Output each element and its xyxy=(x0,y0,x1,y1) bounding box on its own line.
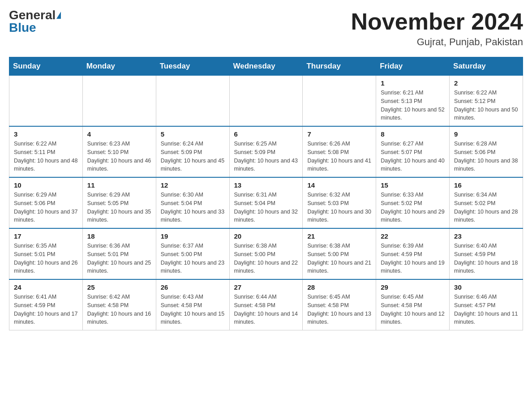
title-block: November 2024 Gujrat, Punjab, Pakistan xyxy=(351,9,523,48)
weekday-header-thursday: Thursday xyxy=(303,57,376,76)
day-info: Sunrise: 6:38 AM Sunset: 5:00 PM Dayligh… xyxy=(234,242,298,275)
day-info: Sunrise: 6:35 AM Sunset: 5:01 PM Dayligh… xyxy=(14,242,78,275)
calendar-week-row: 10Sunrise: 6:29 AM Sunset: 5:06 PM Dayli… xyxy=(9,177,523,228)
day-info: Sunrise: 6:45 AM Sunset: 4:58 PM Dayligh… xyxy=(381,293,445,326)
calendar-cell: 20Sunrise: 6:38 AM Sunset: 5:00 PM Dayli… xyxy=(229,228,303,279)
calendar-week-row: 24Sunrise: 6:41 AM Sunset: 4:59 PM Dayli… xyxy=(9,279,523,330)
day-number: 27 xyxy=(234,283,298,291)
day-number: 20 xyxy=(234,232,298,240)
day-number: 14 xyxy=(307,181,371,189)
day-info: Sunrise: 6:32 AM Sunset: 5:03 PM Dayligh… xyxy=(307,191,371,224)
calendar-cell: 1Sunrise: 6:21 AM Sunset: 5:13 PM Daylig… xyxy=(376,76,450,127)
day-info: Sunrise: 6:43 AM Sunset: 4:58 PM Dayligh… xyxy=(161,293,225,326)
calendar-cell: 8Sunrise: 6:27 AM Sunset: 5:07 PM Daylig… xyxy=(376,126,450,177)
calendar-cell: 15Sunrise: 6:33 AM Sunset: 5:02 PM Dayli… xyxy=(376,177,450,228)
calendar-cell: 5Sunrise: 6:24 AM Sunset: 5:09 PM Daylig… xyxy=(156,126,229,177)
calendar-cell: 28Sunrise: 6:45 AM Sunset: 4:58 PM Dayli… xyxy=(303,279,376,330)
day-number: 4 xyxy=(87,130,151,138)
calendar-cell: 6Sunrise: 6:25 AM Sunset: 5:09 PM Daylig… xyxy=(229,126,303,177)
calendar-week-row: 1Sunrise: 6:21 AM Sunset: 5:13 PM Daylig… xyxy=(9,76,523,127)
day-info: Sunrise: 6:40 AM Sunset: 4:59 PM Dayligh… xyxy=(454,242,518,275)
calendar-cell: 17Sunrise: 6:35 AM Sunset: 5:01 PM Dayli… xyxy=(9,228,83,279)
day-number: 5 xyxy=(161,130,225,138)
day-info: Sunrise: 6:25 AM Sunset: 5:09 PM Dayligh… xyxy=(234,140,298,173)
day-number: 12 xyxy=(161,181,225,189)
calendar-cell: 29Sunrise: 6:45 AM Sunset: 4:58 PM Dayli… xyxy=(376,279,450,330)
calendar-cell: 7Sunrise: 6:26 AM Sunset: 5:08 PM Daylig… xyxy=(303,126,376,177)
day-number: 28 xyxy=(307,283,371,291)
day-info: Sunrise: 6:29 AM Sunset: 5:06 PM Dayligh… xyxy=(14,191,78,224)
weekday-header-friday: Friday xyxy=(376,57,450,76)
day-number: 25 xyxy=(87,283,151,291)
calendar-cell: 13Sunrise: 6:31 AM Sunset: 5:04 PM Dayli… xyxy=(229,177,303,228)
month-title: November 2024 xyxy=(351,9,523,34)
day-number: 13 xyxy=(234,181,298,189)
calendar-cell: 21Sunrise: 6:38 AM Sunset: 5:00 PM Dayli… xyxy=(303,228,376,279)
day-number: 9 xyxy=(454,130,518,138)
day-number: 16 xyxy=(454,181,518,189)
day-info: Sunrise: 6:27 AM Sunset: 5:07 PM Dayligh… xyxy=(381,140,445,173)
day-number: 1 xyxy=(381,79,445,87)
calendar-cell xyxy=(156,76,229,127)
weekday-header-tuesday: Tuesday xyxy=(156,57,229,76)
day-info: Sunrise: 6:29 AM Sunset: 5:05 PM Dayligh… xyxy=(87,191,151,224)
calendar-week-row: 3Sunrise: 6:22 AM Sunset: 5:11 PM Daylig… xyxy=(9,126,523,177)
day-info: Sunrise: 6:22 AM Sunset: 5:12 PM Dayligh… xyxy=(454,89,518,122)
day-info: Sunrise: 6:34 AM Sunset: 5:02 PM Dayligh… xyxy=(454,191,518,224)
day-number: 7 xyxy=(307,130,371,138)
calendar-cell: 4Sunrise: 6:23 AM Sunset: 5:10 PM Daylig… xyxy=(82,126,156,177)
day-info: Sunrise: 6:31 AM Sunset: 5:04 PM Dayligh… xyxy=(234,191,298,224)
calendar-cell: 2Sunrise: 6:22 AM Sunset: 5:12 PM Daylig… xyxy=(450,76,523,127)
day-number: 24 xyxy=(14,283,78,291)
day-number: 18 xyxy=(87,232,151,240)
weekday-header-sunday: Sunday xyxy=(9,57,83,76)
day-number: 21 xyxy=(307,232,371,240)
weekday-header-wednesday: Wednesday xyxy=(229,57,303,76)
day-info: Sunrise: 6:28 AM Sunset: 5:06 PM Dayligh… xyxy=(454,140,518,173)
day-info: Sunrise: 6:46 AM Sunset: 4:57 PM Dayligh… xyxy=(454,293,518,326)
calendar-cell: 26Sunrise: 6:43 AM Sunset: 4:58 PM Dayli… xyxy=(156,279,229,330)
day-info: Sunrise: 6:21 AM Sunset: 5:13 PM Dayligh… xyxy=(381,89,445,122)
calendar-cell xyxy=(303,76,376,127)
day-info: Sunrise: 6:38 AM Sunset: 5:00 PM Dayligh… xyxy=(307,242,371,275)
logo-general-text: General xyxy=(9,9,56,21)
calendar-cell: 24Sunrise: 6:41 AM Sunset: 4:59 PM Dayli… xyxy=(9,279,83,330)
day-info: Sunrise: 6:22 AM Sunset: 5:11 PM Dayligh… xyxy=(14,140,78,173)
day-info: Sunrise: 6:42 AM Sunset: 4:58 PM Dayligh… xyxy=(87,293,151,326)
day-info: Sunrise: 6:23 AM Sunset: 5:10 PM Dayligh… xyxy=(87,140,151,173)
calendar-cell: 14Sunrise: 6:32 AM Sunset: 5:03 PM Dayli… xyxy=(303,177,376,228)
day-info: Sunrise: 6:30 AM Sunset: 5:04 PM Dayligh… xyxy=(161,191,225,224)
day-number: 30 xyxy=(454,283,518,291)
day-info: Sunrise: 6:26 AM Sunset: 5:08 PM Dayligh… xyxy=(307,140,371,173)
calendar-cell: 9Sunrise: 6:28 AM Sunset: 5:06 PM Daylig… xyxy=(450,126,523,177)
day-number: 26 xyxy=(161,283,225,291)
calendar-week-row: 17Sunrise: 6:35 AM Sunset: 5:01 PM Dayli… xyxy=(9,228,523,279)
day-number: 15 xyxy=(381,181,445,189)
day-number: 2 xyxy=(454,79,518,87)
calendar-cell: 18Sunrise: 6:36 AM Sunset: 5:01 PM Dayli… xyxy=(82,228,156,279)
day-number: 23 xyxy=(454,232,518,240)
weekday-header-row: SundayMondayTuesdayWednesdayThursdayFrid… xyxy=(9,57,523,76)
calendar-cell: 16Sunrise: 6:34 AM Sunset: 5:02 PM Dayli… xyxy=(450,177,523,228)
calendar-table: SundayMondayTuesdayWednesdayThursdayFrid… xyxy=(9,57,523,330)
calendar-cell: 19Sunrise: 6:37 AM Sunset: 5:00 PM Dayli… xyxy=(156,228,229,279)
weekday-header-saturday: Saturday xyxy=(450,57,523,76)
day-info: Sunrise: 6:44 AM Sunset: 4:58 PM Dayligh… xyxy=(234,293,298,326)
calendar-cell: 27Sunrise: 6:44 AM Sunset: 4:58 PM Dayli… xyxy=(229,279,303,330)
day-info: Sunrise: 6:45 AM Sunset: 4:58 PM Dayligh… xyxy=(307,293,371,326)
page-header: General Blue November 2024 Gujrat, Punja… xyxy=(9,9,523,48)
day-number: 17 xyxy=(14,232,78,240)
day-number: 6 xyxy=(234,130,298,138)
calendar-cell: 11Sunrise: 6:29 AM Sunset: 5:05 PM Dayli… xyxy=(82,177,156,228)
day-info: Sunrise: 6:37 AM Sunset: 5:00 PM Dayligh… xyxy=(161,242,225,275)
calendar-cell: 3Sunrise: 6:22 AM Sunset: 5:11 PM Daylig… xyxy=(9,126,83,177)
weekday-header-monday: Monday xyxy=(82,57,156,76)
calendar-cell: 10Sunrise: 6:29 AM Sunset: 5:06 PM Dayli… xyxy=(9,177,83,228)
day-info: Sunrise: 6:33 AM Sunset: 5:02 PM Dayligh… xyxy=(381,191,445,224)
day-number: 11 xyxy=(87,181,151,189)
calendar-cell: 23Sunrise: 6:40 AM Sunset: 4:59 PM Dayli… xyxy=(450,228,523,279)
calendar-cell: 30Sunrise: 6:46 AM Sunset: 4:57 PM Dayli… xyxy=(450,279,523,330)
logo: General Blue xyxy=(9,9,61,34)
day-info: Sunrise: 6:36 AM Sunset: 5:01 PM Dayligh… xyxy=(87,242,151,275)
day-number: 3 xyxy=(14,130,78,138)
